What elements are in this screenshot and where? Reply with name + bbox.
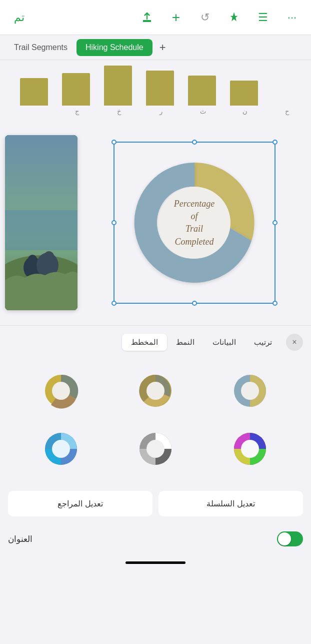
close-icon: × [292,338,296,347]
panel-tab-arrange[interactable]: ترتيب [245,334,281,351]
share-button[interactable] [137,8,157,28]
bar-3 [104,66,132,106]
bottom-panel: × ترتيب البيانات النمط المخطط [0,325,311,556]
chart-style-5[interactable] [112,424,199,474]
svg-point-13 [146,382,164,400]
bar-chart-strip: ح ن ث ر خ ج [0,60,311,115]
handle-bl[interactable] [112,301,116,306]
handle-mr[interactable] [272,220,278,225]
panel-tab-style[interactable]: النمط [167,334,204,351]
photo-card [5,135,78,310]
tab-hiking-schedule[interactable]: Hiking Schedule [76,39,152,56]
action-buttons: تعديل السلسلة تعديل المراجع [8,491,303,516]
bar-label-4: ر [147,108,175,115]
more-button[interactable]: ··· [282,8,302,28]
chart-style-3[interactable] [206,366,293,416]
bar-label-6: ج [63,108,91,115]
add-button[interactable]: + [166,8,186,28]
chart-style-6[interactable] [206,424,293,474]
donut-wrapper[interactable]: PercentageofTrailCompleted [82,142,306,304]
bar-label-1: ح [273,108,301,115]
edit-references-button[interactable]: تعديل المراجع [8,491,152,516]
svg-point-15 [241,382,259,400]
bar-4 [146,71,174,106]
chart-style-4[interactable] [18,424,104,474]
svg-point-11 [52,382,70,400]
panel-tab-chart[interactable]: المخطط [122,334,167,351]
panel-close-button[interactable]: × [286,334,303,351]
donut-center-text: PercentageofTrailCompleted [164,198,224,248]
bar-5 [188,76,216,106]
svg-rect-0 [144,21,150,22]
tabs-bar: Trail Segments Hiking Schedule + [0,35,311,60]
chart-style-2[interactable] [112,366,199,416]
bottom-safe-area [0,556,311,568]
svg-rect-2 [5,210,78,250]
bar-label-5: خ [105,108,133,115]
toggle-knob [278,532,291,545]
svg-point-19 [146,440,164,458]
bar-label-3: ث [189,108,217,115]
handle-br[interactable] [272,301,278,306]
panel-tab-data[interactable]: البيانات [204,334,245,351]
handle-tl[interactable] [112,140,116,145]
tab-trail-segments[interactable]: Trail Segments [5,39,76,56]
list-button[interactable]: ☰ [253,8,273,28]
title-toggle[interactable] [277,531,303,546]
pin-button[interactable] [224,8,244,28]
toolbar: تم + ↺ ☰ ··· [0,0,311,35]
chart-styles-grid [8,361,303,479]
done-button[interactable]: تم [9,8,29,28]
edit-series-button[interactable]: تعديل السلسلة [158,491,303,516]
donut-section: PercentageofTrailCompleted [0,115,311,325]
donut-selection-box[interactable]: PercentageofTrailCompleted [114,142,276,304]
bar-6 [230,81,258,106]
undo-button[interactable]: ↺ [195,8,215,28]
title-label: العنوان [8,534,32,544]
svg-point-21 [241,440,259,458]
chart-style-1[interactable] [18,366,104,416]
home-indicator [126,561,186,564]
svg-point-8 [44,251,54,261]
handle-tr[interactable] [272,140,278,145]
svg-point-17 [52,440,70,458]
bar-label-2: ن [231,108,259,115]
bar-1 [20,78,48,106]
bar-2 [62,73,90,106]
handle-bm[interactable] [192,301,197,306]
donut-chart[interactable]: PercentageofTrailCompleted [124,153,264,293]
bar-labels: ح ن ث ر خ ج [10,108,301,115]
handle-ml[interactable] [112,220,116,225]
photo-placeholder [5,135,78,310]
tab-add-button[interactable]: + [156,41,170,54]
title-row: العنوان [8,526,303,556]
panel-tabs: × ترتيب البيانات النمط المخطط [8,334,303,351]
bar-chart-bars [10,66,301,106]
handle-tm[interactable] [192,140,197,145]
svg-point-6 [28,255,37,264]
